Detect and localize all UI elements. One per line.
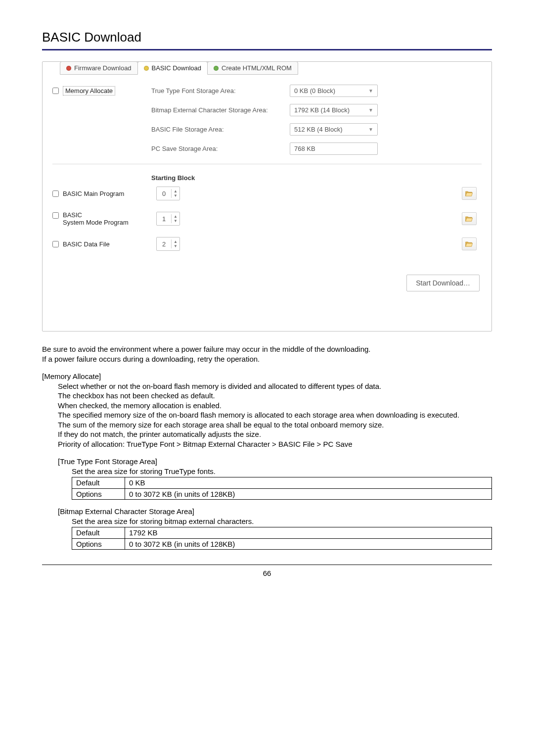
chevron-down-icon: ▼: [368, 127, 373, 132]
bmp-area-dropdown[interactable]: 1792 KB (14 Block) ▼: [290, 104, 378, 116]
chevron-up-icon[interactable]: ▲: [172, 189, 179, 193]
paragraph: Select whether or not the on-board flash…: [58, 381, 492, 391]
chevron-up-icon[interactable]: ▲: [172, 214, 179, 219]
ttf-area-dropdown[interactable]: 0 KB (0 Block) ▼: [290, 85, 378, 97]
tab-label: BASIC Download: [152, 64, 201, 72]
tab-basic-download[interactable]: BASIC Download: [137, 61, 208, 75]
ttf-area-desc: Set the area size for storing TrueType f…: [72, 467, 492, 476]
cell-key: Options: [72, 488, 125, 500]
basic-main-program-checkbox[interactable]: BASIC Main Program: [52, 190, 151, 197]
table-row: Default 0 KB: [72, 477, 492, 489]
circle-red-icon: [66, 66, 71, 71]
basic-data-file-label: BASIC Data File: [63, 240, 110, 248]
dropdown-value: 1792 KB (14 Block): [294, 106, 350, 114]
bmp-area-table: Default 1792 KB Options 0 to 3072 KB (in…: [72, 527, 492, 550]
basic-system-mode-spinner[interactable]: 1 ▲▼: [156, 212, 180, 226]
ttf-area-table: Default 0 KB Options 0 to 3072 KB (in un…: [72, 477, 492, 500]
dropdown-value: 0 KB (0 Block): [294, 87, 335, 94]
tab-label: Firmware Download: [74, 64, 132, 72]
paragraph: The checkbox has not been checked as def…: [58, 391, 492, 401]
spinner-value: 0: [157, 190, 171, 197]
spinner-value: 2: [157, 240, 171, 248]
tab-strip: Firmware Download BASIC Download Create …: [60, 61, 482, 75]
page-title: BASIC Download: [42, 30, 492, 45]
cell-key: Options: [72, 538, 125, 550]
memory-allocate-checkbox[interactable]: Memory Allocate: [52, 86, 151, 95]
paragraph: If they do not match, the printer automa…: [58, 429, 492, 439]
bmp-area-heading: [Bitmap External Character Storage Area]: [58, 507, 492, 517]
pc-save-area-field: 768 KB: [290, 142, 378, 155]
folder-open-icon: [465, 240, 473, 247]
basic-main-program-spinner[interactable]: 0 ▲▼: [156, 187, 180, 200]
memory-allocate-input[interactable]: [52, 88, 59, 94]
basic-data-file-checkbox[interactable]: BASIC Data File: [52, 240, 151, 248]
cell-value: 0 to 3072 KB (in units of 128KB): [125, 488, 492, 500]
app-panel: Firmware Download BASIC Download Create …: [42, 61, 492, 331]
memory-allocate-section: Memory Allocate True Type Font Storage A…: [52, 75, 482, 164]
tab-label: Create HTML/XML ROM: [222, 64, 292, 72]
tab-create-xml-rom[interactable]: Create HTML/XML ROM: [207, 61, 298, 75]
basic-main-program-label: BASIC Main Program: [63, 190, 124, 197]
tab-firmware-download[interactable]: Firmware Download: [60, 61, 138, 75]
title-rule: [42, 49, 492, 50]
pc-save-area-label: PC Save Storage Area:: [151, 145, 290, 152]
footer-rule: [42, 565, 492, 565]
bmp-area-label: Bitmap External Character Storage Area:: [151, 106, 290, 114]
circle-yellow-icon: [144, 66, 149, 71]
ttf-area-heading: [True Type Font Storage Area]: [58, 457, 492, 467]
bmp-area-desc: Set the area size for storing bitmap ext…: [72, 517, 492, 526]
starting-block-section: Starting Block BASIC Main Program 0 ▲▼: [52, 164, 482, 260]
paragraph: The sum of the memory size for each stor…: [58, 420, 492, 430]
cell-value: 0 KB: [125, 477, 492, 489]
cell-value: 0 to 3072 KB (in units of 128KB): [125, 538, 492, 550]
starting-block-heading: Starting Block: [151, 174, 482, 182]
memory-allocate-label: Memory Allocate: [63, 86, 115, 95]
spinner-value: 1: [157, 215, 171, 223]
chevron-up-icon[interactable]: ▲: [172, 239, 179, 244]
page-number: 66: [42, 569, 492, 577]
chevron-down-icon[interactable]: ▼: [172, 219, 179, 223]
dropdown-value: 512 KB (4 Block): [294, 126, 343, 133]
browse-data-file-button[interactable]: [462, 237, 477, 250]
cell-value: 1792 KB: [125, 527, 492, 539]
basic-main-program-input[interactable]: [52, 190, 59, 197]
basic-file-area-label: BASIC File Storage Area:: [151, 126, 290, 133]
cell-key: Default: [72, 477, 125, 489]
memory-allocate-heading: [Memory Allocate]: [42, 372, 492, 381]
basic-file-area-dropdown[interactable]: 512 KB (4 Block) ▼: [290, 123, 378, 136]
chevron-down-icon[interactable]: ▼: [172, 193, 179, 198]
chevron-down-icon[interactable]: ▼: [172, 244, 179, 248]
basic-data-file-spinner[interactable]: 2 ▲▼: [156, 237, 180, 251]
cell-key: Default: [72, 527, 125, 539]
paragraph: The specified memory size of the on-boar…: [58, 410, 492, 420]
warning-line: If a power failure occurs during a downl…: [42, 354, 492, 364]
basic-system-mode-input[interactable]: [52, 212, 59, 219]
table-row: Default 1792 KB: [72, 527, 492, 539]
folder-open-icon: [465, 215, 473, 222]
circle-green-icon: [214, 66, 219, 71]
basic-system-mode-label: BASIC System Mode Program: [63, 211, 129, 226]
folder-open-icon: [465, 190, 473, 197]
paragraph: When checked, the memory allocation is e…: [58, 401, 492, 411]
chevron-down-icon: ▼: [368, 88, 373, 94]
browse-system-mode-button[interactable]: [462, 212, 477, 225]
paragraph: Priority of allocation: TrueType Font > …: [58, 439, 492, 449]
start-download-button[interactable]: Start Download…: [406, 275, 480, 291]
ttf-area-label: True Type Font Storage Area:: [151, 87, 290, 94]
warning-line: Be sure to avoid the environment where a…: [42, 344, 492, 354]
table-row: Options 0 to 3072 KB (in units of 128KB): [72, 488, 492, 500]
browse-main-program-button[interactable]: [462, 187, 477, 200]
table-row: Options 0 to 3072 KB (in units of 128KB): [72, 538, 492, 550]
chevron-down-icon: ▼: [368, 107, 373, 113]
basic-data-file-input[interactable]: [52, 241, 59, 247]
basic-system-mode-checkbox[interactable]: BASIC System Mode Program: [52, 211, 151, 226]
